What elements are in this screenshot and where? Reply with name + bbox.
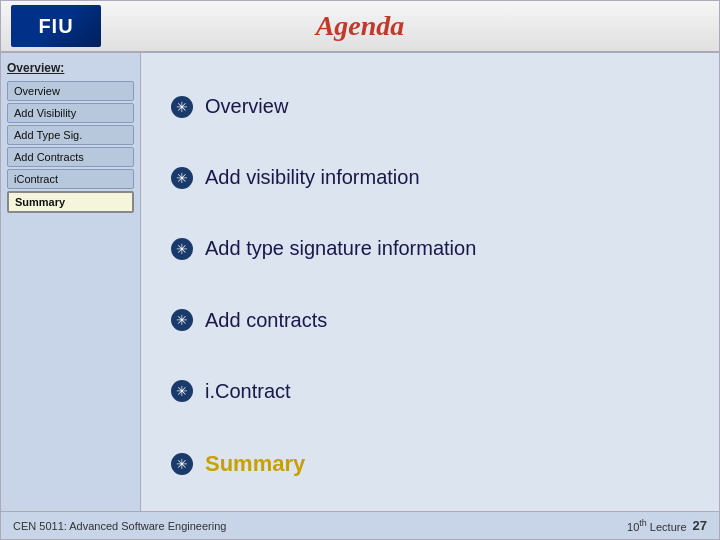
logo-area: FIU [11, 5, 101, 47]
bullet-icon: ✳ [176, 99, 188, 115]
agenda-item-text-overview: Overview [205, 95, 288, 118]
sidebar-item-icontract[interactable]: iContract [7, 169, 134, 189]
logo-box: FIU [11, 5, 101, 47]
agenda-item-overview: ✳ Overview [171, 95, 689, 118]
sidebar-item-add-visibility[interactable]: Add Visibility [7, 103, 134, 123]
agenda-list: ✳ Overview ✳ Add visibility information … [171, 71, 689, 501]
bullet-icon: ✳ [176, 241, 188, 257]
page-number: 27 [693, 518, 707, 533]
footer-course: CEN 5011: Advanced Software Engineering [13, 520, 226, 532]
sidebar-item-add-contracts[interactable]: Add Contracts [7, 147, 134, 167]
bullet-icon: ✳ [176, 170, 188, 186]
agenda-item-summary: ✳ Summary [171, 451, 689, 477]
sidebar-heading: Overview: [7, 61, 134, 75]
agenda-item-type-sig: ✳ Add type signature information [171, 237, 689, 260]
bullet-visibility: ✳ [171, 167, 193, 189]
bullet-icon: ✳ [176, 456, 188, 472]
agenda-item-text-type-sig: Add type signature information [205, 237, 476, 260]
agenda-item-contracts: ✳ Add contracts [171, 309, 689, 332]
bullet-contracts: ✳ [171, 309, 193, 331]
agenda-item-text-icontract: i.Contract [205, 380, 291, 403]
sidebar-item-add-type-sig[interactable]: Add Type Sig. [7, 125, 134, 145]
logo-text: FIU [38, 15, 73, 38]
sidebar-item-summary[interactable]: Summary [7, 191, 134, 213]
main-content: ✳ Overview ✳ Add visibility information … [141, 53, 719, 511]
agenda-item-text-summary: Summary [205, 451, 305, 477]
bullet-type-sig: ✳ [171, 238, 193, 260]
bullet-icon: ✳ [176, 312, 188, 328]
footer-right: 10th Lecture 27 [627, 518, 707, 534]
sidebar: Overview: Overview Add Visibility Add Ty… [1, 53, 141, 511]
agenda-item-text-visibility: Add visibility information [205, 166, 420, 189]
bullet-summary: ✳ [171, 453, 193, 475]
sidebar-item-overview[interactable]: Overview [7, 81, 134, 101]
agenda-item-visibility: ✳ Add visibility information [171, 166, 689, 189]
agenda-item-icontract: ✳ i.Contract [171, 380, 689, 403]
page-title: Agenda [316, 10, 405, 42]
bullet-overview: ✳ [171, 96, 193, 118]
agenda-item-text-contracts: Add contracts [205, 309, 327, 332]
lecture-label: 10th Lecture [627, 518, 687, 533]
footer: CEN 5011: Advanced Software Engineering … [1, 511, 719, 539]
bullet-icon: ✳ [176, 383, 188, 399]
bullet-icontract: ✳ [171, 380, 193, 402]
slide: FIU Agenda Overview: Overview Add Visibi… [0, 0, 720, 540]
header: FIU Agenda [1, 1, 719, 53]
body: Overview: Overview Add Visibility Add Ty… [1, 53, 719, 511]
